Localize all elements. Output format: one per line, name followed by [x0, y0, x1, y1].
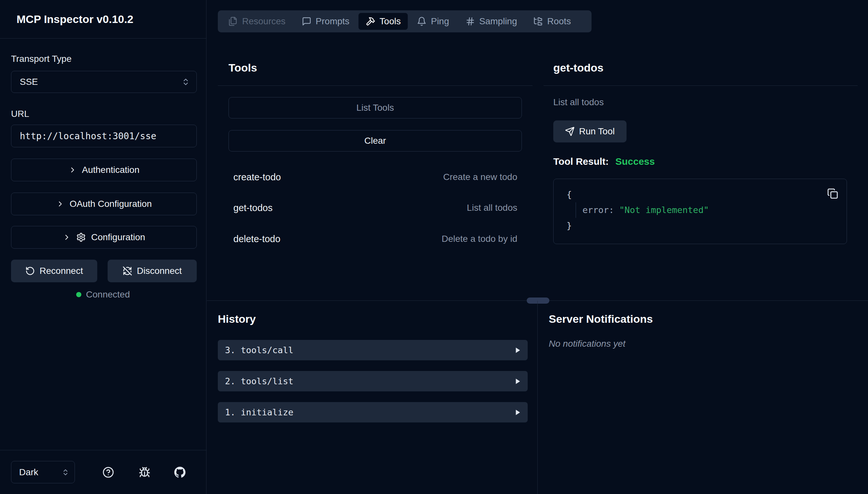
history-entry-label: 2. tools/list — [225, 376, 293, 386]
chevron-right-icon — [62, 233, 71, 242]
oauth-configuration-expander[interactable]: OAuth Configuration — [11, 193, 197, 215]
sidebar: MCP Inspector v0.10.2 Transport Type SSE… — [0, 0, 206, 494]
expand-arrow-icon — [514, 409, 521, 416]
history-row-tools-call[interactable]: 3. tools/call — [218, 340, 528, 360]
hammer-icon — [366, 17, 375, 26]
clear-button[interactable]: Clear — [229, 130, 522, 152]
tool-name: delete-todo — [233, 234, 281, 244]
main-area: Resources Prompts Tools Ping — [207, 0, 868, 494]
tool-row-delete-todo[interactable]: delete-todo Delete a todo by id — [223, 226, 528, 252]
connected-label: Connected — [86, 289, 130, 300]
list-tools-button[interactable]: List Tools — [229, 97, 522, 118]
tab-resources-label: Resources — [242, 16, 286, 26]
transport-type-label: Transport Type — [11, 54, 72, 64]
chevrons-up-down-icon — [181, 78, 190, 86]
json-open-brace: { — [566, 187, 709, 202]
gear-icon — [76, 232, 86, 242]
selected-tool-heading: get-todos — [553, 61, 603, 74]
folder-tree-icon — [533, 17, 543, 26]
authentication-expander[interactable]: Authentication — [11, 159, 197, 181]
tool-name: create-todo — [233, 172, 281, 183]
bottom-panes-divider — [537, 301, 538, 494]
server-notifications-heading: Server Notifications — [549, 313, 653, 325]
connected-dot — [76, 292, 82, 297]
tool-description: List all todos — [467, 203, 517, 213]
tab-prompts[interactable]: Prompts — [295, 13, 357, 30]
theme-value: Dark — [19, 467, 38, 477]
history-row-tools-list[interactable]: 2. tools/list — [218, 371, 528, 392]
hash-icon — [466, 17, 475, 26]
app-title: MCP Inspector v0.10.2 — [17, 13, 133, 25]
run-tool-button[interactable]: Run Tool — [553, 120, 627, 142]
run-tool-label: Run Tool — [579, 126, 615, 137]
sidebar-footer: Dark — [0, 450, 206, 494]
json-error-line: error:"Not implemented" — [576, 202, 709, 218]
tab-resources[interactable]: Resources — [221, 13, 293, 30]
tab-sampling[interactable]: Sampling — [458, 13, 524, 30]
connection-status: Connected — [0, 289, 206, 300]
sidebar-header: MCP Inspector v0.10.2 — [0, 0, 206, 39]
chevron-right-icon — [56, 200, 65, 208]
github-icon[interactable] — [174, 467, 186, 478]
tab-roots-label: Roots — [547, 16, 571, 26]
json-value: "Not implemented" — [619, 205, 709, 215]
send-icon — [565, 127, 575, 136]
tab-tools-label: Tools — [380, 16, 401, 26]
tool-row-create-todo[interactable]: create-todo Create a new todo — [223, 164, 528, 190]
json-close-brace: } — [566, 218, 709, 233]
tool-name: get-todos — [233, 203, 273, 213]
selected-tool-description: List all todos — [553, 97, 604, 108]
json-key: error: — [582, 205, 614, 215]
json-content: { error:"Not implemented" } — [566, 187, 709, 233]
tool-description: Delete a todo by id — [442, 234, 518, 244]
oauth-configuration-label: OAuth Configuration — [70, 199, 152, 209]
chevron-right-icon — [68, 166, 77, 174]
tab-prompts-label: Prompts — [316, 16, 349, 26]
disconnect-button[interactable]: Disconnect — [108, 260, 197, 282]
help-icon[interactable] — [103, 467, 114, 478]
bug-icon[interactable] — [139, 467, 150, 478]
tab-roots[interactable]: Roots — [526, 13, 578, 30]
tool-result-status: Success — [615, 156, 655, 167]
configuration-expander[interactable]: Configuration — [11, 226, 197, 249]
theme-select[interactable]: Dark — [11, 461, 75, 483]
reconnect-button[interactable]: Reconnect — [11, 260, 97, 282]
tab-tools[interactable]: Tools — [359, 13, 408, 30]
copy-icon[interactable] — [827, 188, 838, 199]
tab-bar: Resources Prompts Tools Ping — [218, 11, 592, 32]
url-label: URL — [11, 109, 29, 119]
tab-ping-label: Ping — [431, 16, 449, 26]
tools-pane-heading: Tools — [229, 61, 257, 74]
url-input[interactable] — [11, 125, 197, 147]
rotate-ccw-icon — [25, 266, 35, 276]
history-entry-label: 1. initialize — [225, 407, 293, 417]
history-entry-label: 3. tools/call — [225, 345, 293, 355]
tool-row-get-todos[interactable]: get-todos List all todos — [223, 195, 528, 221]
history-heading: History — [218, 313, 256, 325]
disconnect-label: Disconnect — [137, 266, 182, 276]
files-icon — [228, 17, 238, 26]
refresh-off-icon — [123, 266, 132, 276]
expand-arrow-icon — [514, 378, 521, 385]
split-drag-handle[interactable] — [527, 298, 549, 304]
expand-arrow-icon — [514, 347, 521, 354]
tool-description: Create a new todo — [443, 172, 517, 182]
tool-result-json: { error:"Not implemented" } — [553, 179, 847, 244]
detail-pane-divider — [544, 86, 857, 86]
mcp-inspector-window: MCP Inspector v0.10.2 Transport Type SSE… — [0, 0, 868, 494]
no-notifications-message: No notifications yet — [549, 339, 626, 349]
tab-sampling-label: Sampling — [480, 16, 517, 26]
tool-result-line: Tool Result: Success — [553, 156, 655, 167]
bell-icon — [417, 17, 427, 26]
message-square-icon — [302, 17, 311, 26]
history-row-initialize[interactable]: 1. initialize — [218, 402, 528, 422]
transport-type-value: SSE — [20, 77, 38, 87]
authentication-label: Authentication — [82, 165, 139, 175]
tool-result-label: Tool Result: — [553, 156, 609, 167]
reconnect-label: Reconnect — [39, 266, 83, 276]
tab-ping[interactable]: Ping — [410, 13, 456, 30]
tools-pane-divider — [218, 86, 532, 86]
transport-type-select[interactable]: SSE — [11, 71, 197, 93]
configuration-label: Configuration — [91, 232, 145, 243]
chevrons-up-down-icon — [61, 469, 69, 476]
